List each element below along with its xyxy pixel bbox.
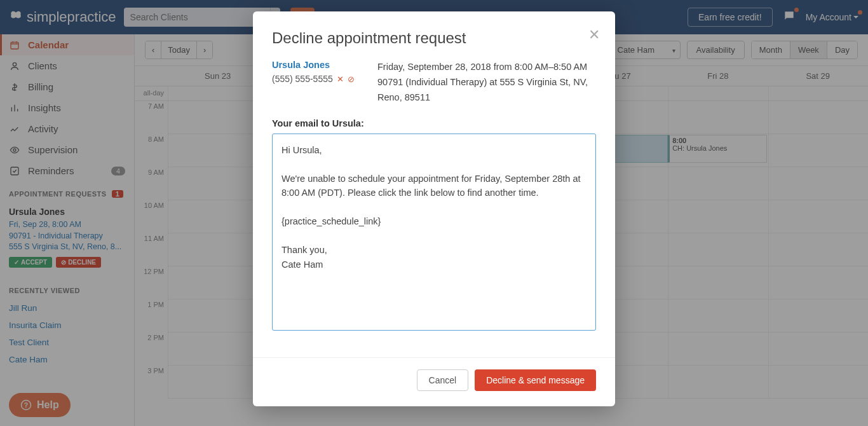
no-voice-icon: ⊘ (348, 74, 355, 84)
no-text-icon: ✕ (337, 74, 344, 84)
client-name-link[interactable]: Ursula Jones (272, 60, 361, 70)
decline-modal: Decline appointment request ✕ Ursula Jon… (253, 11, 615, 406)
cancel-button[interactable]: Cancel (417, 369, 469, 391)
modal-overlay[interactable]: Decline appointment request ✕ Ursula Jon… (0, 0, 868, 426)
email-body-textarea[interactable] (272, 134, 596, 331)
modal-title: Decline appointment request (272, 29, 596, 47)
client-phone: (555) 555-5555 ✕ ⊘ (272, 74, 361, 84)
email-label: Your email to Ursula: (272, 118, 596, 128)
decline-send-button[interactable]: Decline & send message (475, 369, 596, 391)
appointment-details: Friday, September 28, 2018 from 8:00 AM–… (377, 60, 596, 106)
close-icon[interactable]: ✕ (588, 27, 600, 43)
